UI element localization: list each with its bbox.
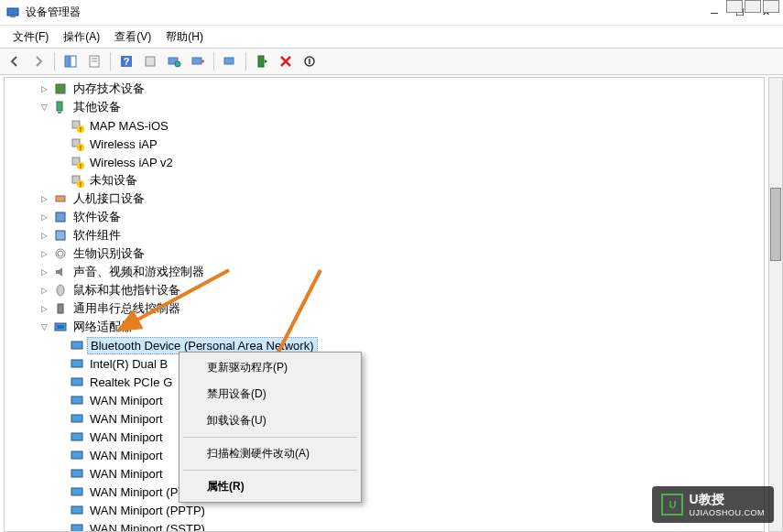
menu-help[interactable]: 帮助(H) bbox=[158, 27, 211, 48]
spacer bbox=[54, 522, 67, 532]
menu-update-driver[interactable]: 更新驱动程序(P) bbox=[181, 354, 359, 381]
tree-node-wan1[interactable]: WAN Miniport bbox=[5, 391, 764, 409]
network-adapter-icon bbox=[70, 411, 84, 426]
vertical-scrollbar[interactable] bbox=[768, 77, 783, 532]
toolbar-separator bbox=[54, 52, 55, 71]
action-button[interactable] bbox=[139, 50, 161, 72]
chevron-right-icon[interactable]: ▷ bbox=[38, 192, 50, 205]
tree-node-memory[interactable]: ▷ 内存技术设备 bbox=[5, 80, 764, 98]
menubar: 文件(F) 操作(A) 查看(V) 帮助(H) bbox=[0, 26, 783, 48]
tree-node-software-components[interactable]: ▷ 软件组件 bbox=[5, 226, 764, 244]
chevron-right-icon[interactable]: ▷ bbox=[38, 302, 50, 315]
help-button[interactable]: ? bbox=[115, 50, 137, 72]
tree-node-network[interactable]: ▽ 网络适配器 bbox=[5, 318, 764, 336]
tree-node-wan3[interactable]: WAN Miniport bbox=[5, 428, 764, 446]
svg-rect-46 bbox=[71, 451, 82, 459]
watermark-logo-icon: U bbox=[661, 494, 683, 516]
tree-node-wan-pppoe[interactable]: WAN Miniport (PPPOE) bbox=[5, 483, 764, 501]
chevron-right-icon[interactable]: ▷ bbox=[38, 82, 50, 95]
app-icon bbox=[5, 5, 20, 20]
tree-node-usb[interactable]: ▷ 通用串行总线控制器 bbox=[5, 299, 764, 318]
add-legacy-button[interactable] bbox=[187, 50, 209, 72]
node-label: WAN Miniport bbox=[87, 411, 166, 427]
back-button[interactable] bbox=[4, 50, 26, 72]
spacer bbox=[54, 137, 67, 150]
tree-node-other[interactable]: ▽ 其他设备 bbox=[5, 98, 764, 116]
update-driver-button[interactable] bbox=[219, 50, 241, 72]
svg-rect-40 bbox=[71, 342, 82, 349]
extra-box bbox=[745, 0, 761, 13]
speaker-icon bbox=[53, 265, 68, 279]
menu-disable-device[interactable]: 禁用设备(D) bbox=[181, 381, 359, 407]
device-tree[interactable]: ▷ 内存技术设备 ▽ 其他设备 ! MAP MAS-iOS ! Wireless… bbox=[4, 77, 765, 532]
network-adapter-icon bbox=[70, 448, 84, 462]
node-label: 人机接口设备 bbox=[71, 190, 147, 208]
minimize-button[interactable]: ─ bbox=[702, 4, 726, 22]
menu-uninstall-device[interactable]: 卸载设备(U) bbox=[181, 407, 359, 434]
node-label: 通用串行总线控制器 bbox=[71, 299, 183, 318]
tree-node-wan-pptp[interactable]: WAN Miniport (PPTP) bbox=[5, 501, 764, 519]
toolbar-separator bbox=[213, 52, 214, 71]
properties-button[interactable] bbox=[83, 50, 105, 72]
fingerprint-icon bbox=[53, 246, 68, 261]
svg-text:?: ? bbox=[124, 56, 130, 67]
spacer bbox=[54, 375, 67, 388]
tree-node-biometric[interactable]: ▷ 生物识别设备 bbox=[5, 244, 764, 263]
chevron-right-icon[interactable]: ▷ bbox=[38, 266, 50, 278]
mouse-icon bbox=[53, 283, 68, 298]
svg-rect-9 bbox=[146, 57, 155, 66]
scan-button[interactable] bbox=[163, 50, 185, 72]
show-hide-tree-button[interactable] bbox=[60, 50, 82, 72]
tree-node-unknown[interactable]: ! 未知设备 bbox=[5, 171, 764, 190]
chevron-right-icon[interactable]: ▷ bbox=[38, 211, 50, 223]
watermark: U U教授 UJIAOSHOU.COM bbox=[652, 486, 774, 523]
svg-rect-13 bbox=[224, 58, 234, 64]
chevron-down-icon[interactable]: ▽ bbox=[38, 320, 50, 333]
node-label: WAN Miniport bbox=[87, 393, 166, 408]
node-label: 软件设备 bbox=[71, 208, 124, 226]
device-icon bbox=[53, 100, 68, 114]
network-adapter-icon bbox=[70, 393, 84, 407]
forward-button[interactable] bbox=[27, 50, 49, 72]
tree-node-wireless-iap-v2[interactable]: ! Wireless iAP v2 bbox=[5, 153, 764, 171]
menu-action[interactable]: 操作(A) bbox=[56, 27, 107, 48]
menu-file[interactable]: 文件(F) bbox=[5, 27, 56, 48]
tree-node-bluetooth[interactable]: Bluetooth Device (Personal Area Network) bbox=[5, 336, 764, 354]
tree-node-map-mas[interactable]: ! MAP MAS-iOS bbox=[5, 116, 764, 135]
watermark-url: UJIAOSHOU.COM bbox=[689, 508, 765, 517]
unknown-device-icon: ! bbox=[70, 118, 84, 133]
tree-node-wan-sstp[interactable]: WAN Miniport (SSTP) bbox=[5, 519, 764, 532]
tree-node-wan4[interactable]: WAN Miniport bbox=[5, 446, 764, 464]
scrollbar-thumb[interactable] bbox=[770, 188, 781, 261]
chevron-right-icon[interactable]: ▷ bbox=[38, 284, 50, 297]
tree-node-sound[interactable]: ▷ 声音、视频和游戏控制器 bbox=[5, 263, 764, 281]
tree-node-realtek[interactable]: Realtek PCIe G bbox=[5, 373, 764, 391]
menu-separator bbox=[183, 437, 357, 438]
disable-button[interactable] bbox=[299, 50, 321, 72]
software-icon bbox=[53, 210, 68, 224]
tree-node-intel[interactable]: Intel(R) Dual B bbox=[5, 354, 764, 373]
spacer bbox=[54, 412, 67, 425]
tree-node-wireless-iap[interactable]: ! Wireless iAP bbox=[5, 135, 764, 153]
watermark-brand: U教授 bbox=[689, 492, 765, 508]
tree-node-wan2[interactable]: WAN Miniport bbox=[5, 409, 764, 428]
tree-node-hid[interactable]: ▷ 人机接口设备 bbox=[5, 190, 764, 208]
chevron-right-icon[interactable]: ▷ bbox=[38, 229, 50, 242]
svg-rect-33 bbox=[56, 231, 65, 240]
node-label: 其他设备 bbox=[71, 98, 124, 116]
chevron-right-icon[interactable]: ▷ bbox=[38, 247, 50, 260]
tree-node-wan5[interactable]: WAN Miniport bbox=[5, 464, 764, 483]
node-label: 未知设备 bbox=[87, 171, 140, 190]
menu-view[interactable]: 查看(V) bbox=[107, 27, 158, 48]
menu-properties[interactable]: 属性(R) bbox=[181, 473, 359, 500]
chevron-down-icon[interactable]: ▽ bbox=[38, 101, 50, 114]
enable-button[interactable] bbox=[251, 50, 273, 72]
svg-text:!: ! bbox=[80, 163, 82, 169]
tree-node-software-devices[interactable]: ▷ 软件设备 bbox=[5, 208, 764, 226]
tree-node-mouse[interactable]: ▷ 鼠标和其他指针设备 bbox=[5, 281, 764, 299]
node-label: Wireless iAP v2 bbox=[87, 155, 176, 170]
uninstall-button[interactable] bbox=[275, 50, 297, 72]
svg-rect-32 bbox=[56, 212, 65, 222]
menu-scan-hardware[interactable]: 扫描检测硬件改动(A) bbox=[181, 440, 359, 467]
svg-point-11 bbox=[175, 61, 180, 67]
